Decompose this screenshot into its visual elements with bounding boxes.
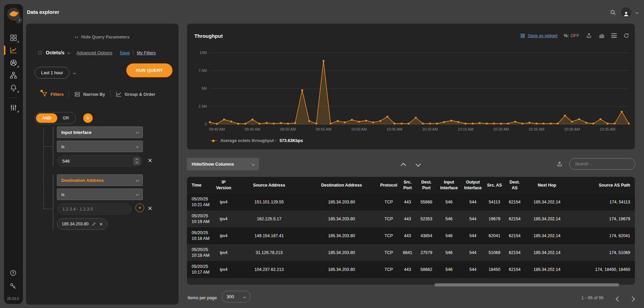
or-button[interactable]: OR [57,113,74,123]
table-cell: 54113 [485,194,504,211]
table-cell: 151.101.129.55 [233,194,305,211]
legend-series-marker [210,140,217,141]
svg-text:2.5M: 2.5M [199,104,207,108]
items-per-page-label: Items per page [188,295,217,300]
my-filters-link[interactable]: My Filters [137,50,156,55]
column-header[interactable]: Time [187,177,214,194]
scroll-up-button[interactable] [401,163,405,169]
table-cell: 174, 51069 [569,244,635,261]
svg-text:10:25 AM: 10:25 AM [529,127,544,131]
hide-show-columns-select[interactable]: Hide/Show Columns [187,158,259,170]
divider [69,90,69,98]
table-cell: 174, 54113 [569,194,635,211]
column-header[interactable]: Input Interface [437,177,461,194]
export-table-button[interactable] [556,161,563,169]
app-version: 25.03.0 [7,297,19,301]
throughput-chart: 02.5M5M7.5M10M09:40 AM09:45 AM09:50 AM09… [190,49,632,137]
table-cell: 62154 [504,261,525,278]
filter-field-select[interactable]: Input Interface [57,127,143,138]
sidebar-item-bell[interactable] [9,84,18,92]
save-link[interactable]: Save [120,50,130,55]
scroll-down-button[interactable] [416,161,420,167]
table-row: 05/20/25 10:18 AMipv431.129.78.213185.34… [187,244,635,261]
table-cell [214,278,233,285]
filter-operator-select[interactable]: is [57,141,143,152]
search-button[interactable] [610,9,616,16]
tab-group-order[interactable]: Group & Order [116,91,155,97]
remove-filter-button[interactable]: × [148,157,152,164]
drag-handle-icon[interactable] [37,50,42,55]
user-avatar[interactable] [621,7,631,18]
column-header[interactable]: Next Hop [525,177,569,194]
filter-value-input[interactable] [62,158,117,164]
column-header[interactable]: Src. Port [399,177,416,194]
items-per-page-select[interactable]: 300 [222,291,251,303]
column-header[interactable]: Source Address [233,177,305,194]
sidebar-item-help[interactable]: ? [9,269,18,277]
table-cell: 174, 62041 [569,227,635,244]
save-as-widget-link[interactable]: Save as widget [520,33,557,38]
filter-value-input[interactable] [62,206,117,212]
svg-text:10:30 AM: 10:30 AM [564,127,580,131]
table-search-input[interactable] [574,161,630,167]
tab-narrow-by[interactable]: Narrow By [74,91,105,97]
sidebar-item-topology[interactable] [9,71,18,79]
percent-toggle[interactable]: %: OFF [564,33,579,38]
filter-value-chip: 185.34.203.80 × [57,218,107,230]
edit-pencil-icon[interactable] [92,222,96,226]
table-cell: 51069 [485,244,504,261]
table-cell: 19679 [485,211,504,227]
column-header[interactable]: Source AS Path [569,177,635,194]
sidebar-expand-button[interactable] [15,17,22,23]
column-header[interactable]: Dest. Port [416,177,437,194]
refresh-button[interactable] [623,32,630,39]
metric-select[interactable]: Octets/s [46,50,64,55]
sidebar-item-globe[interactable] [9,59,18,67]
remove-chip-button[interactable]: × [99,221,103,227]
remove-filter-button[interactable]: × [148,205,152,212]
svg-text:09:50 AM: 09:50 AM [280,127,296,131]
sidebar-item-key[interactable] [9,282,18,290]
table-cell: 185.34.202.14 [525,211,569,227]
chevron-down-icon[interactable] [73,71,76,74]
sidebar-item-line-chart[interactable] [9,46,18,54]
chart-legend[interactable]: Average octets throughput - 573.63Kbps [210,138,303,143]
chart-menu-button[interactable] [611,33,617,38]
export-chart-button[interactable] [586,32,592,39]
chart-type-button[interactable] [599,32,605,39]
sidebar-item-sliders[interactable] [9,104,18,112]
hide-query-parameters-button[interactable]: ‹‹Hide Query Parameters [26,34,179,39]
table-cell: ipv4 [214,211,233,227]
table-cell: 546 [437,244,461,261]
table-cell: 546 [437,194,461,211]
save-as-widget-label: Save as widget [528,33,557,38]
table-cell: 443 [399,211,416,227]
column-header[interactable]: Protocol [378,177,399,194]
time-range-select[interactable]: Last 1 hour [35,67,69,79]
advanced-options-link[interactable]: Advanced Options [76,50,112,55]
column-header[interactable]: Destination Address [305,177,378,194]
and-button[interactable]: AND [36,113,57,123]
column-header[interactable]: IP Version [214,177,233,194]
run-query-button[interactable]: RUN QUERY [126,63,172,77]
user-icon [622,10,630,18]
previous-page-button[interactable] [616,296,620,302]
sidebar-item-dashboard-grid[interactable] [9,34,18,42]
filter-field-select[interactable]: Destination Address [57,174,143,186]
chart-controls: Save as widget %: OFF [520,32,630,39]
account-menu-button[interactable] [636,11,638,13]
add-filter-button[interactable]: + [83,113,93,123]
column-header[interactable]: Src. AS [485,177,504,194]
add-value-button[interactable]: + [135,203,144,212]
horizontal-scrollbar-thumb[interactable] [434,283,619,286]
next-page-button[interactable] [631,296,634,302]
tab-filters[interactable]: Filters [41,91,64,97]
filter-operator-select[interactable]: is [57,189,143,200]
number-stepper[interactable] [133,157,140,165]
column-header[interactable]: Output Interface [461,177,485,194]
chevron-down-icon[interactable] [67,51,70,54]
column-header[interactable]: Dest. AS [504,177,525,194]
line-chart-icon [9,46,18,54]
table-cell: 05/20/25 10:18 AM [187,227,214,244]
chart-icon [116,91,122,97]
